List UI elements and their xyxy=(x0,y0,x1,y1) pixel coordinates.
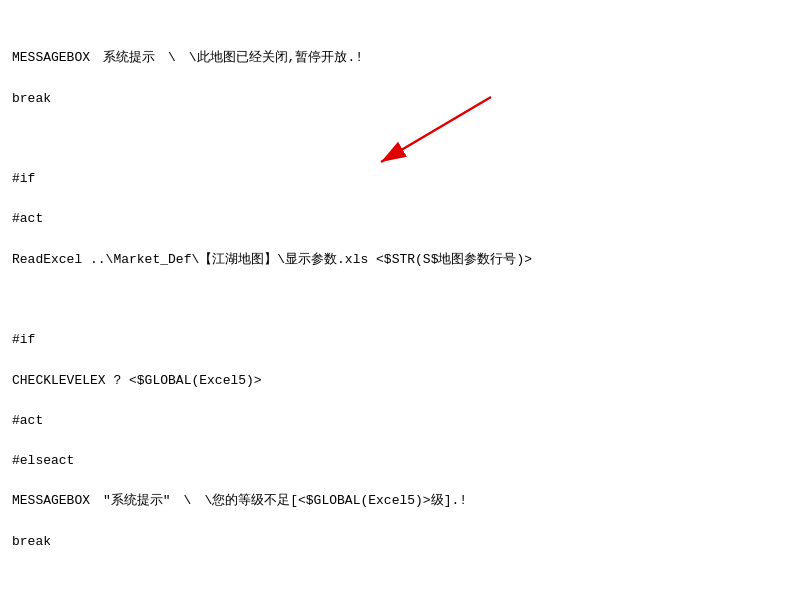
code-line: #act xyxy=(12,209,791,229)
code-line: #if xyxy=(12,330,791,350)
code-line: CHECKLEVELEX ? <$GLOBAL(Excel5)> xyxy=(12,371,791,391)
code-line xyxy=(12,290,791,310)
code-line: ReadExcel ..\Market_Def\【江湖地图】\显示参数.xls … xyxy=(12,250,791,270)
code-line xyxy=(12,572,791,592)
code-line: #elseact xyxy=(12,451,791,471)
code-line xyxy=(12,129,791,149)
code-line: #if xyxy=(12,169,791,189)
code-editor: MESSAGEBOX 系统提示 \ \此地图已经关闭,暂停开放.! break … xyxy=(0,0,803,592)
code-line: break xyxy=(12,532,791,552)
code-line: #act xyxy=(12,411,791,431)
code-line: MESSAGEBOX 系统提示 \ \此地图已经关闭,暂停开放.! xyxy=(12,48,791,68)
code-line: MESSAGEBOX "系统提示" \ \您的等级不足[<$GLOBAL(Exc… xyxy=(12,491,791,511)
code-line: break xyxy=(12,89,791,109)
